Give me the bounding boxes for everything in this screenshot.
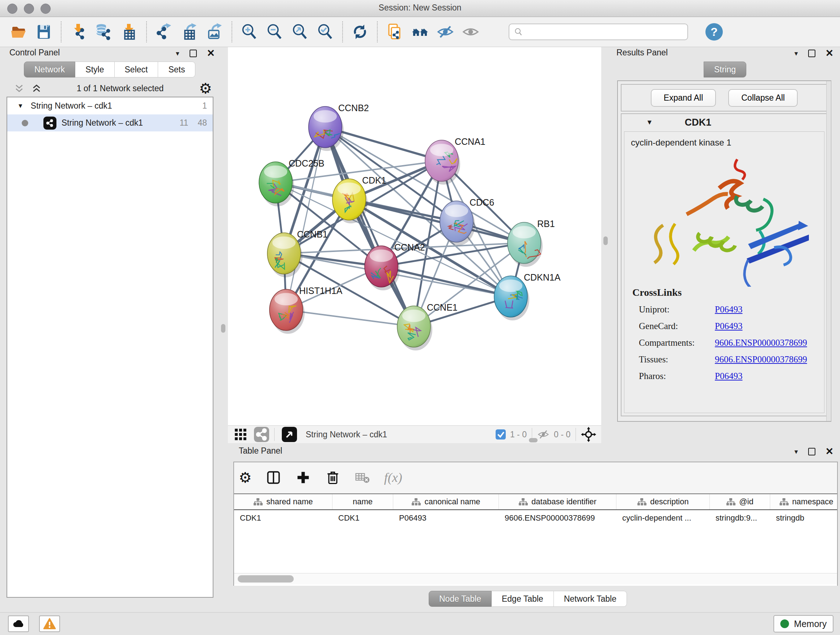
network-node-CCNA1[interactable]: CCNA1 xyxy=(425,136,485,185)
import-table-button[interactable] xyxy=(117,19,142,44)
collapse-all-button[interactable]: Collapse All xyxy=(728,89,798,107)
network-edge[interactable] xyxy=(325,127,414,326)
network-badge-icon[interactable] xyxy=(254,427,269,442)
network-graph[interactable]: CCNB2 CCNA1 CDC25B CDK1 CDC6 RB1 CCNB1 xyxy=(228,47,601,425)
import-database-button[interactable] xyxy=(91,19,117,44)
crosslink-link[interactable]: 9606.ENSP00000378699 xyxy=(715,338,807,348)
export-network-button[interactable] xyxy=(151,19,177,44)
network-collection-row[interactable]: ▼ String Network – cdk1 1 xyxy=(7,97,213,114)
table-hscrollbar[interactable] xyxy=(234,573,837,584)
tab-edge-table[interactable]: Edge Table xyxy=(492,591,554,607)
zoom-in-button[interactable] xyxy=(237,19,262,44)
hidden-eye-slash-icon[interactable] xyxy=(537,428,549,440)
panel-menu-icon[interactable]: ▾ xyxy=(794,448,798,455)
close-panel-icon[interactable]: ✕ xyxy=(826,49,834,58)
delete-column-icon[interactable] xyxy=(325,470,341,486)
tab-string[interactable]: String xyxy=(704,62,746,78)
table-cell[interactable]: stringdb:9... xyxy=(710,513,770,523)
network-edge[interactable] xyxy=(286,127,325,310)
add-column-icon[interactable] xyxy=(295,470,311,486)
network-node-CCNE1[interactable]: CCNE1 xyxy=(397,302,458,350)
export-image-button[interactable] xyxy=(202,19,227,44)
import-network-button[interactable] xyxy=(66,19,91,44)
float-panel-icon[interactable] xyxy=(189,50,197,57)
network-edge[interactable] xyxy=(286,310,414,326)
tab-node-table[interactable]: Node Table xyxy=(429,591,492,607)
crosslink-link[interactable]: P06493 xyxy=(715,321,742,331)
show-all-button[interactable] xyxy=(458,19,483,44)
table-row[interactable]: CDK1CDK1P064939606.ENSP00000378699cyclin… xyxy=(234,510,837,526)
network-node-CCNB2[interactable]: CCNB2 xyxy=(309,103,369,151)
open-session-button[interactable] xyxy=(6,19,31,44)
float-panel-icon[interactable] xyxy=(808,50,815,57)
network-node-CCNA2[interactable]: CCNA2 xyxy=(365,242,425,290)
close-panel-icon[interactable]: ✕ xyxy=(826,447,834,456)
gene-expander-icon[interactable]: ▼ xyxy=(646,119,653,126)
bottom-splitter-handle[interactable] xyxy=(529,438,538,442)
table-options-gear-icon[interactable]: ⚙ xyxy=(239,470,252,485)
float-panel-icon[interactable] xyxy=(808,448,815,455)
collapse-all-icon[interactable] xyxy=(14,84,24,93)
search-box[interactable] xyxy=(508,24,688,40)
help-button[interactable]: ? xyxy=(706,23,723,41)
hide-unselected-button[interactable] xyxy=(433,19,458,44)
network-list-options-gear-icon[interactable]: ⚙ xyxy=(199,81,212,96)
clone-network-button[interactable] xyxy=(382,19,407,44)
column-header-namespace[interactable]: namespace xyxy=(770,494,837,509)
tab-select[interactable]: Select xyxy=(115,62,158,78)
table-cell[interactable]: P06493 xyxy=(393,513,499,523)
network-edge[interactable] xyxy=(349,200,524,243)
function-builder-icon[interactable]: f(x) xyxy=(384,470,402,485)
delete-table-icon[interactable] xyxy=(355,470,370,486)
expand-all-button[interactable]: Expand All xyxy=(651,89,716,107)
open-in-browser-icon[interactable] xyxy=(282,427,297,442)
home-view-button[interactable] xyxy=(407,19,433,44)
panel-menu-icon[interactable]: ▾ xyxy=(176,50,180,57)
tab-style[interactable]: Style xyxy=(75,62,114,78)
memory-button[interactable]: Memory xyxy=(774,615,834,632)
birds-eye-view-icon[interactable] xyxy=(234,428,248,441)
tab-network[interactable]: Network xyxy=(24,62,75,78)
table-cell[interactable]: CDK1 xyxy=(234,513,332,523)
save-session-button[interactable] xyxy=(31,19,57,44)
table-hscrollbar-thumb[interactable] xyxy=(238,575,294,583)
crosslink-link[interactable]: P06493 xyxy=(715,304,742,315)
left-splitter-handle[interactable] xyxy=(221,324,225,333)
zoom-selected-button[interactable] xyxy=(313,19,338,44)
table-cell[interactable]: stringdb xyxy=(770,513,837,523)
refresh-layout-button[interactable] xyxy=(347,19,373,44)
close-panel-icon[interactable]: ✕ xyxy=(207,49,215,58)
network-node-HIST1H1A[interactable]: HIST1H1A xyxy=(270,286,343,334)
network-edge[interactable] xyxy=(381,266,511,296)
results-scrollbar[interactable] xyxy=(826,81,831,421)
column-header-name[interactable]: name xyxy=(332,494,393,509)
network-node-RB1[interactable]: RB1 xyxy=(508,219,555,267)
search-input[interactable] xyxy=(523,27,683,37)
network-node-CDKN1A[interactable]: CDKN1A xyxy=(494,272,561,320)
expand-all-icon[interactable] xyxy=(32,84,41,93)
zoom-out-button[interactable] xyxy=(262,19,287,44)
cloud-status-button[interactable] xyxy=(8,616,29,632)
show-columns-icon[interactable] xyxy=(265,470,281,486)
panel-menu-icon[interactable]: ▾ xyxy=(794,50,798,57)
table-cell[interactable]: CDK1 xyxy=(332,513,393,523)
crosslink-link[interactable]: P06493 xyxy=(715,371,742,381)
collection-expander-icon[interactable]: ▼ xyxy=(17,103,24,110)
network-node-CDC25B[interactable]: CDC25B xyxy=(259,158,325,206)
column-header--id[interactable]: @id xyxy=(710,494,770,509)
zoom-fit-button[interactable] xyxy=(287,19,313,44)
selected-checkbox-icon[interactable] xyxy=(496,429,506,440)
column-header-shared-name[interactable]: shared name xyxy=(234,494,332,509)
warning-status-button[interactable] xyxy=(39,616,60,632)
table-cell[interactable]: cyclin-dependent ... xyxy=(616,513,710,523)
right-splitter-handle[interactable] xyxy=(603,236,608,245)
export-table-button[interactable] xyxy=(177,19,202,44)
fit-content-crosshair-icon[interactable] xyxy=(581,427,596,442)
tab-sets[interactable]: Sets xyxy=(158,62,195,78)
column-header-description[interactable]: description xyxy=(616,494,710,509)
tab-network-table[interactable]: Network Table xyxy=(554,591,627,607)
network-row[interactable]: String Network – cdk1 1148 xyxy=(7,114,213,131)
network-canvas[interactable]: CCNB2 CCNA1 CDC25B CDK1 CDC6 RB1 CCNB1 xyxy=(228,47,601,425)
crosslink-link[interactable]: 9606.ENSP00000378699 xyxy=(715,355,807,364)
column-header-canonical-name[interactable]: canonical name xyxy=(393,494,499,509)
